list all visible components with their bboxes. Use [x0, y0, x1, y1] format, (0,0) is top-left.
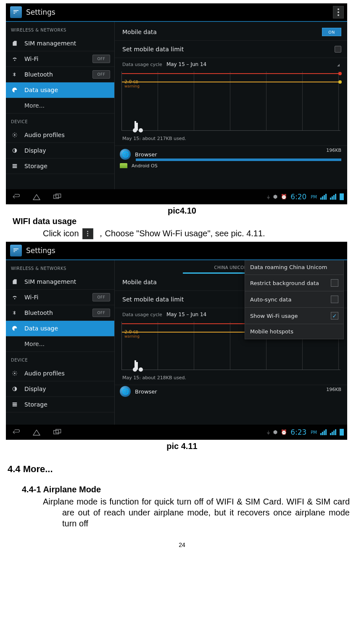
sidebar-item-more[interactable]: More... [6, 98, 114, 114]
cycle-label: Data usage cycle [122, 62, 162, 67]
sidebar-item-label: Storage [24, 163, 47, 169]
sidebar-item-label: Data usage [24, 325, 58, 332]
app-name: Browser [135, 388, 157, 395]
sidebar-item-sim[interactable]: SIM management [6, 274, 114, 290]
bluetooth-toggle[interactable]: OFF [92, 309, 110, 317]
limit-line[interactable] [122, 73, 340, 74]
checkbox-autosync[interactable] [331, 296, 338, 303]
row-cycle[interactable]: Data usage cycle May 15 – Jun 14 [115, 58, 347, 69]
sidebar-item-audio[interactable]: Audio profiles [6, 127, 114, 143]
back-button[interactable] [10, 427, 21, 438]
home-button[interactable] [31, 191, 42, 202]
clock-ampm: PM [311, 430, 317, 435]
svg-point-0 [14, 134, 16, 136]
sidebar-item-storage[interactable]: Storage [6, 397, 114, 412]
row-mobile-data[interactable]: Mobile data ON [115, 24, 347, 41]
set-limit-checkbox[interactable] [335, 46, 341, 53]
sidebar-item-sim[interactable]: SIM management [6, 36, 114, 51]
figure-caption-2: pic 4.11 [5, 441, 359, 451]
back-button[interactable] [10, 191, 21, 202]
menu-mobile-hotspots[interactable]: Mobile hotspots [245, 324, 343, 339]
sidebar-item-label: Display [24, 147, 46, 154]
battery-icon [340, 193, 344, 200]
sidebar-item-bluetooth[interactable]: Bluetooth OFF [6, 305, 114, 321]
warning-handle[interactable] [338, 80, 342, 84]
menu-auto-sync[interactable]: Auto-sync data [245, 291, 343, 308]
row-label: Mobile data [122, 29, 157, 35]
browser-icon: 🌐 [120, 149, 131, 160]
status-tray[interactable]: ⏚ ⬢ ⏰ 6:23PM [267, 425, 344, 440]
figure-caption-1: pic4.10 [5, 206, 359, 216]
sidebar-item-label: Display [24, 386, 46, 392]
app-usage-row-androidos[interactable]: Android OS [115, 162, 347, 169]
limit-handle[interactable] [338, 72, 342, 75]
bluetooth-toggle[interactable]: OFF [92, 70, 110, 79]
checkbox-restrict[interactable] [331, 279, 338, 287]
wifi-data-usage-heading: WIFI data usage [13, 217, 359, 226]
app-title: Settings [26, 8, 55, 16]
bluetooth-icon [12, 310, 19, 316]
menu-restrict-background[interactable]: Restrict background data [245, 275, 343, 291]
menu-show-wifi-usage[interactable]: Show Wi-Fi usage ✓ [245, 308, 343, 324]
sidebar-item-wifi[interactable]: Wi-Fi OFF [6, 51, 114, 67]
warning-label: warning [124, 84, 140, 88]
range-handle-left[interactable] [133, 128, 137, 132]
battery-icon [340, 429, 344, 436]
sim-icon [12, 279, 19, 285]
range-handle-right[interactable] [139, 367, 143, 372]
sidebar-item-label: Audio profiles [24, 132, 65, 138]
section-4-4-1: 4.4-1 Airplane Mode [22, 485, 359, 494]
signal-icon [320, 194, 327, 200]
sidebar-item-display[interactable]: Display [6, 381, 114, 397]
spinner-icon [337, 64, 340, 66]
wifi-toggle[interactable]: OFF [92, 55, 110, 63]
sidebar-item-data-usage[interactable]: Data usage [6, 321, 114, 336]
wifi-icon [12, 56, 19, 62]
usage-chart[interactable]: 2.0 GB warning [121, 71, 340, 131]
overflow-menu-button[interactable] [333, 6, 344, 18]
alarm-icon: ⏰ [281, 429, 287, 435]
svg-rect-13 [56, 429, 61, 433]
instruction-line: Click icon ，Choose "Show Wi-Fi usage", s… [43, 228, 359, 239]
checkbox-show-wifi[interactable]: ✓ [331, 312, 338, 320]
cycle-value: May 15 – Jun 14 [166, 61, 206, 67]
app-usage-row-browser[interactable]: 🌐 Browser 196KB [115, 145, 347, 162]
range-handle-left[interactable] [133, 367, 137, 372]
wifi-toggle[interactable]: OFF [92, 293, 110, 301]
menu-item-label: Mobile hotspots [250, 328, 293, 335]
sidebar-item-storage[interactable]: Storage [6, 158, 114, 174]
sidebar-item-label: Bluetooth [24, 309, 53, 316]
sidebar-item-data-usage[interactable]: Data usage [6, 82, 114, 98]
menu-item-label: Restrict background data [250, 280, 319, 286]
sidebar-item-label: More... [24, 341, 45, 347]
svg-rect-4 [13, 167, 17, 168]
alarm-icon: ⏰ [281, 194, 287, 200]
browser-icon: 🌐 [120, 386, 131, 397]
app-usage-row-browser[interactable]: 🌐 Browser 196KB [115, 385, 347, 397]
row-label: Mobile data [122, 279, 157, 285]
range-handle-right[interactable] [139, 128, 143, 132]
sidebar-item-wifi[interactable]: Wi-Fi OFF [6, 290, 114, 305]
clock-ampm: PM [311, 195, 317, 199]
recents-button[interactable] [52, 191, 63, 202]
warning-line[interactable] [122, 82, 340, 82]
svg-rect-2 [13, 164, 17, 165]
status-tray[interactable]: ⏚ ⬢ ⏰ 6:20PM [267, 189, 344, 204]
instr-pre: Click icon [43, 229, 79, 238]
usb-icon: ⏚ [267, 429, 270, 435]
sidebar-item-display[interactable]: Display [6, 143, 114, 158]
sidebar-item-more[interactable]: More... [6, 336, 114, 352]
recents-button[interactable] [52, 427, 63, 438]
mobile-data-toggle[interactable]: ON [322, 28, 341, 36]
audio-icon [12, 370, 19, 376]
screenshot-2: Settings WIRELESS & NETWORKS SIM managem… [6, 242, 347, 440]
row-label: Set mobile data limit [122, 46, 184, 53]
sidebar-item-audio[interactable]: Audio profiles [6, 366, 114, 381]
svg-point-7 [14, 372, 16, 374]
menu-data-roaming[interactable]: Data roaming China Unicom [245, 260, 343, 275]
storage-icon [12, 402, 19, 407]
main-panel: Mobile data ON Set mobile data limit Dat… [115, 22, 347, 189]
home-button[interactable] [31, 427, 42, 438]
row-set-limit[interactable]: Set mobile data limit [115, 41, 347, 58]
sidebar-item-bluetooth[interactable]: Bluetooth OFF [6, 67, 114, 82]
